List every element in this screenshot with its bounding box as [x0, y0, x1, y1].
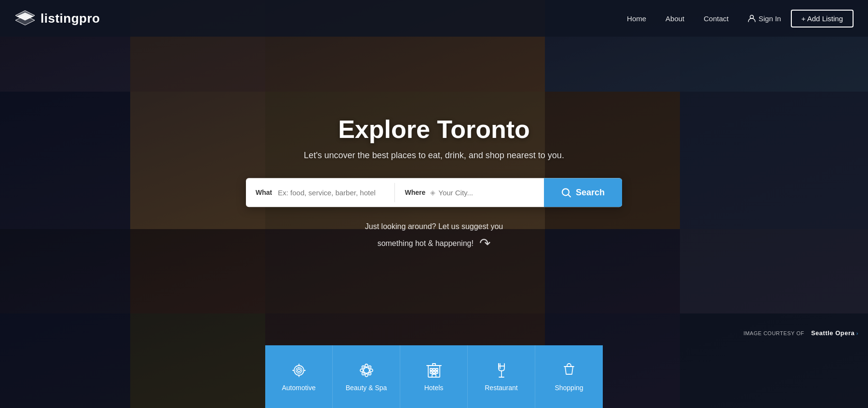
svg-point-5 [294, 366, 304, 375]
what-field: What [246, 178, 394, 207]
svg-rect-22 [430, 368, 432, 370]
svg-point-15 [360, 369, 363, 372]
hero-content: Explore Toronto Let's uncover the best p… [246, 115, 622, 254]
image-courtesy: IMAGE COURTESY OF Seattle Opera › [744, 329, 858, 337]
beauty-spa-label: Beauty & Spa [346, 384, 387, 392]
svg-rect-23 [433, 368, 435, 370]
hotels-label: Hotels [424, 384, 444, 392]
svg-point-11 [296, 367, 302, 373]
svg-point-13 [365, 364, 368, 367]
logo-area: listingpro [14, 10, 627, 27]
add-listing-button[interactable]: + Add Listing [791, 10, 854, 27]
hero-subtitle: Let's uncover the best places to eat, dr… [246, 150, 622, 161]
beauty-spa-icon [358, 362, 375, 379]
restaurant-icon [493, 362, 510, 379]
logo-icon [14, 10, 36, 27]
svg-point-6 [298, 369, 300, 372]
category-beauty-spa[interactable]: Beauty & Spa [333, 345, 400, 408]
location-icon: ◈ [430, 189, 435, 196]
automotive-icon [290, 362, 308, 379]
svg-rect-24 [436, 368, 438, 370]
svg-rect-25 [430, 371, 432, 373]
nav-about[interactable]: About [665, 14, 684, 23]
category-hotels[interactable]: Hotels [400, 345, 468, 408]
user-icon [748, 14, 756, 22]
what-label: What [256, 189, 272, 196]
svg-point-12 [364, 367, 369, 373]
where-field: Where ◈ [395, 178, 543, 207]
hotels-icon [425, 362, 443, 379]
arrow-icon: ↷ [479, 233, 490, 255]
where-input[interactable] [438, 189, 534, 197]
svg-point-14 [365, 374, 368, 377]
search-bar: What Where ◈ Search [246, 178, 622, 207]
nav-home[interactable]: Home [627, 14, 646, 23]
svg-point-20 [368, 373, 371, 375]
svg-point-16 [370, 369, 373, 372]
nav-contact[interactable]: Contact [704, 14, 729, 23]
category-automotive[interactable]: Automotive [265, 345, 333, 408]
search-icon [561, 188, 571, 197]
svg-rect-27 [436, 371, 438, 373]
search-button[interactable]: Search [544, 178, 622, 207]
svg-rect-29 [433, 364, 435, 366]
restaurant-label: Restaurant [485, 384, 517, 392]
suggest-text: Just looking around? Let us suggest you … [246, 220, 622, 254]
automotive-label: Automotive [282, 384, 315, 392]
hero-title: Explore Toronto [246, 115, 622, 144]
nav-links: Home About Contact [627, 14, 729, 23]
navbar: listingpro Home About Contact Sign In + … [0, 0, 868, 37]
category-bar: Automotive Beauty & Spa [265, 345, 603, 408]
svg-point-18 [368, 366, 371, 368]
shopping-icon [560, 362, 578, 379]
logo-text: listingpro [41, 11, 100, 26]
where-label: Where [405, 189, 425, 196]
sign-in-button[interactable]: Sign In [748, 14, 781, 23]
category-restaurant[interactable]: Restaurant [468, 345, 535, 408]
svg-point-19 [362, 373, 364, 375]
category-shopping[interactable]: Shopping [535, 345, 603, 408]
svg-point-17 [362, 366, 364, 368]
hero-section: listingpro Home About Contact Sign In + … [0, 0, 868, 408]
what-input[interactable] [278, 189, 385, 197]
svg-rect-26 [433, 371, 435, 373]
nav-actions: Sign In + Add Listing [748, 10, 854, 27]
shopping-label: Shopping [555, 384, 583, 392]
